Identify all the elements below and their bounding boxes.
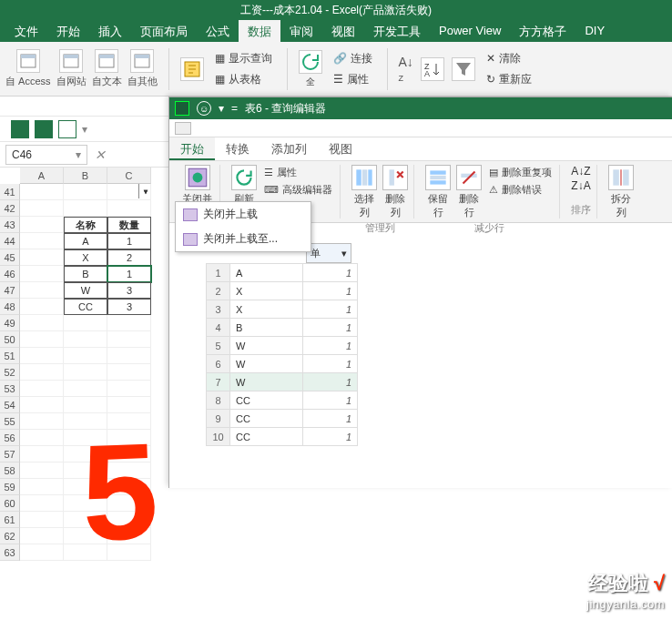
tab-审阅[interactable]: 审阅	[280, 20, 322, 42]
pq-row[interactable]: 6W1	[207, 355, 358, 373]
cell-A60[interactable]	[20, 495, 64, 512]
col-header-C[interactable]: C	[107, 168, 151, 184]
pq-properties-button[interactable]: ☰属性	[262, 165, 334, 180]
pq-col-extra[interactable]: 单▾	[306, 243, 351, 263]
tab-数据[interactable]: 数据	[239, 20, 280, 42]
smiley-icon[interactable]: ☺	[197, 101, 211, 116]
qat-button-2[interactable]	[35, 120, 53, 138]
choose-columns-button[interactable]: 选择 列	[351, 165, 377, 219]
row-header[interactable]: 48	[0, 299, 20, 315]
cell-C54[interactable]	[107, 397, 151, 413]
pq-row[interactable]: 4B1	[207, 319, 358, 337]
cell-A55[interactable]	[20, 413, 64, 430]
cell-A53[interactable]	[20, 381, 64, 397]
row-header[interactable]: 44	[0, 233, 20, 249]
cell-B50[interactable]	[64, 331, 107, 348]
pq-row[interactable]: 3X1	[207, 300, 358, 319]
name-box[interactable]: C46▾	[5, 145, 87, 165]
sort-desc-icon[interactable]: Z↓A	[571, 179, 590, 192]
cell-A42[interactable]	[20, 200, 64, 217]
cell-A63[interactable]	[20, 544, 64, 561]
row-header[interactable]: 62	[0, 528, 20, 544]
cancel-fx-icon[interactable]: ✕	[95, 147, 106, 162]
tab-插入[interactable]: 插入	[89, 20, 131, 42]
keep-rows-button[interactable]: 保留 行	[425, 165, 451, 219]
pq-row[interactable]: 1A1	[207, 264, 358, 282]
pq-row[interactable]: 5W1	[207, 337, 358, 355]
row-header[interactable]: 61	[0, 512, 20, 528]
pq-data-grid[interactable]: 1A12X13X14B15W16W17W18CC19CC110CC1	[206, 263, 672, 488]
row-header[interactable]: 42	[0, 200, 20, 217]
row-header[interactable]: 59	[0, 479, 20, 495]
cell-B61[interactable]	[64, 512, 107, 528]
cell-C62[interactable]	[107, 528, 151, 544]
row-header[interactable]: 52	[0, 364, 20, 381]
col-header-B[interactable]: B	[64, 168, 107, 184]
remove-columns-button[interactable]: 删除 列	[382, 165, 408, 219]
cell-C61[interactable]	[107, 512, 151, 528]
cell-C42[interactable]	[107, 200, 151, 217]
sort-asc-button[interactable]: A↓Z	[399, 55, 413, 84]
cell-A41[interactable]	[20, 184, 64, 200]
row-header[interactable]: 56	[0, 430, 20, 446]
tab-页面布局[interactable]: 页面布局	[131, 20, 197, 42]
cell-A48[interactable]	[20, 299, 64, 315]
cell-B46[interactable]: B	[64, 266, 107, 282]
from-table-button[interactable]: ▦从表格	[211, 70, 276, 89]
tab-DIY[interactable]: DIY	[575, 20, 614, 42]
pq-tab-开始[interactable]: 开始	[169, 137, 215, 160]
cell-A61[interactable]	[20, 512, 64, 528]
cell-C53[interactable]	[107, 381, 151, 397]
row-header[interactable]: 41	[0, 184, 20, 200]
cell-A59[interactable]	[20, 479, 64, 495]
cell-C57[interactable]	[107, 446, 151, 462]
row-header[interactable]: 57	[0, 446, 20, 462]
qat-button-3[interactable]	[58, 120, 76, 138]
cell-A52[interactable]	[20, 364, 64, 381]
remove-errors-button[interactable]: ⚠删除错误	[487, 182, 554, 198]
row-header[interactable]: 43	[0, 217, 20, 233]
pq-row[interactable]: 10CC1	[207, 428, 358, 446]
row-header[interactable]: 63	[0, 544, 20, 561]
cell-B57[interactable]	[64, 446, 107, 462]
cell-C56[interactable]	[107, 430, 151, 446]
cell-A47[interactable]	[20, 282, 64, 299]
source-自网站[interactable]: 自网站	[56, 49, 87, 88]
cell-A54[interactable]	[20, 397, 64, 413]
cell-C48[interactable]: 3	[107, 299, 151, 315]
cell-B48[interactable]: CC	[64, 299, 107, 315]
remove-rows-button[interactable]: 删除 行	[456, 165, 482, 219]
tab-公式[interactable]: 公式	[197, 20, 239, 42]
source-自 Access[interactable]: 自 Access	[5, 49, 51, 88]
sort-button[interactable]: ZA	[421, 57, 444, 81]
row-header[interactable]: 46	[0, 266, 20, 282]
cell-C50[interactable]	[107, 331, 151, 348]
cell-B60[interactable]	[64, 495, 107, 512]
cell-C55[interactable]	[107, 413, 151, 430]
qat-button-1[interactable]	[11, 120, 29, 138]
cell-A62[interactable]	[20, 528, 64, 544]
cell-B56[interactable]	[64, 430, 107, 446]
row-header[interactable]: 51	[0, 348, 20, 364]
source-自文本[interactable]: 自文本	[92, 49, 122, 88]
tab-视图[interactable]: 视图	[322, 20, 364, 42]
cell-A57[interactable]	[20, 446, 64, 462]
cell-A50[interactable]	[20, 331, 64, 348]
filter-button[interactable]	[452, 57, 475, 81]
tab-开发工具[interactable]: 开发工具	[364, 20, 430, 42]
tab-文件[interactable]: 文件	[5, 20, 47, 42]
cell-B49[interactable]	[64, 315, 107, 331]
row-header[interactable]: 45	[0, 249, 20, 266]
pq-tab-添加列[interactable]: 添加列	[260, 137, 318, 160]
pq-row[interactable]: 9CC1	[207, 410, 358, 428]
cell-A51[interactable]	[20, 348, 64, 364]
file-menu-icon[interactable]	[175, 122, 191, 135]
close-load-item[interactable]: 关闭并上载	[176, 202, 311, 227]
properties-button[interactable]: ☰属性	[330, 70, 376, 89]
cell-A56[interactable]	[20, 430, 64, 446]
cell-A43[interactable]	[20, 217, 64, 233]
chevron-down-icon[interactable]: ▾	[82, 123, 87, 136]
cell-B54[interactable]	[64, 397, 107, 413]
cell-C49[interactable]	[107, 315, 151, 331]
cell-B47[interactable]: W	[64, 282, 107, 299]
